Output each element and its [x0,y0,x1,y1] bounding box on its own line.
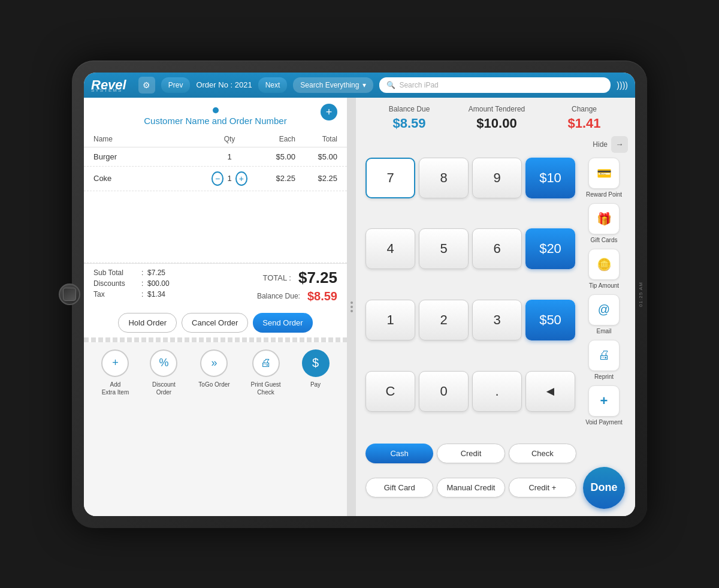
search-dropdown[interactable]: Search Everything ▾ [293,77,373,93]
num-0-button[interactable]: 0 [419,371,469,412]
item-each: $2.25 [247,174,295,183]
qty-control: − 1 + [212,171,247,186]
item-each: $5.00 [247,152,295,161]
table-row: Coke − 1 + $2.25 $2.25 [84,167,347,191]
side-actions: 💳 Reward Point 🎁 Gift Cards 🪙 Tip Amoun [580,158,628,439]
numpad: 7 8 9 $10 4 5 6 $20 1 2 3 [365,158,575,439]
num-7-button[interactable]: 7 [365,158,415,198]
num-back-button[interactable]: ◄ [525,371,575,412]
gift-card-button[interactable]: Gift Card [365,478,433,497]
manual-credit-button[interactable]: Manual Credit [437,478,504,497]
tip-amount-label: Tip Amount [589,282,619,290]
discount-icon: % [150,349,177,377]
total-label: TOTAL : [262,273,291,282]
print-check-action[interactable]: 🖨 Print GuestCheck [251,349,281,396]
reprint-icon: 🖨 [588,340,620,371]
num-10-button[interactable]: $10 [525,158,575,198]
col-qty: Qty [212,135,247,143]
hide-button[interactable]: → [611,136,628,153]
gift-cards-label: Gift Cards [590,237,617,244]
bottom-actions: + AddExtra Item % DiscountOrder » ToGo O… [84,342,347,403]
email-label: Email [596,328,611,335]
discount-order-action[interactable]: % DiscountOrder [150,349,177,396]
amount-tendered-header-value: $10.00 [453,116,540,131]
tip-amount-action[interactable]: 🪙 Tip Amount [580,249,628,290]
email-action[interactable]: @ Email [580,294,628,335]
reprint-action[interactable]: 🖨 Reprint [580,340,628,381]
tax-value: $1.34 [147,290,165,298]
panel-divider [348,98,356,516]
num-c-button[interactable]: C [365,371,415,412]
add-extra-label: AddExtra Item [102,381,129,396]
order-summary: Sub Total : $7.25 Discounts : $00.00 [84,263,347,308]
subtotal-label: Sub Total [93,269,141,277]
num-50-button[interactable]: $50 [525,300,575,340]
num-20-button[interactable]: $20 [525,228,575,269]
subtotal-row: Sub Total : $7.25 [93,269,170,277]
table-header: Name Qty Each Total [84,131,347,147]
num-5-button[interactable]: 5 [419,228,469,269]
settings-button[interactable]: ⚙ [138,77,155,94]
payment-methods-grid1: Cash Credit Check [365,444,576,463]
qty-increase-button[interactable]: + [235,171,247,186]
change-col: Change $1.41 [540,105,628,131]
add-extra-item-action[interactable]: + AddExtra Item [101,349,129,396]
item-total: $2.25 [295,174,337,183]
togo-icon: » [200,349,228,377]
balance-due-col: Balance Due $8.59 [365,105,453,131]
done-button[interactable]: Done [583,467,625,509]
qty-decrease-button[interactable]: − [212,171,223,186]
search-icon: 🔍 [386,81,395,89]
send-order-button[interactable]: Send Order [253,313,312,333]
payment-methods-row1: Cash Credit Check [365,444,628,463]
num-3-button[interactable]: 3 [472,300,522,340]
num-dot-button[interactable]: . [472,371,522,412]
balance-due-header-value: $8.59 [365,116,453,131]
print-icon: 🖨 [252,349,280,377]
next-button[interactable]: Next [258,77,288,93]
payment-header: Balance Due $8.59 Amount Tendered $10.00… [365,105,628,131]
void-payment-action[interactable]: + Void Payment [580,385,628,426]
num-1-button[interactable]: 1 [365,300,415,340]
search-input-box[interactable]: 🔍 Search iPad [379,77,611,93]
item-name: Coke [93,174,212,183]
gift-cards-action[interactable]: 🎁 Gift Cards [580,203,628,244]
num-6-button[interactable]: 6 [472,228,522,269]
num-2-button[interactable]: 2 [419,300,469,340]
pay-label: Pay [310,381,321,388]
customer-title: Customer Name and Order Number [144,116,286,126]
prev-button[interactable]: Prev [161,77,191,93]
wifi-icon: )))) [617,80,628,90]
balance-due-value: $8.59 [307,290,337,303]
hold-order-button[interactable]: Hold Order [118,313,177,333]
left-panel: Customer Name and Order Number + Name Qt… [84,98,348,516]
credit-plus-button[interactable]: Credit + [509,478,576,497]
add-item-button[interactable]: + [321,104,337,120]
order-table: Name Qty Each Total Burger 1 $5.00 $5.00 [84,131,347,263]
void-payment-icon: + [588,385,620,417]
check-button[interactable]: Check [509,444,576,463]
cash-button[interactable]: Cash [365,444,433,463]
togo-order-action[interactable]: » ToGo Order [198,349,229,388]
home-button[interactable] [59,284,80,305]
top-bar: Revel SYSTEMS ⚙ Prev Order No : 2021 Nex… [84,73,635,98]
cancel-order-button[interactable]: Cancel Order [182,313,248,333]
pay-icon: $ [302,349,330,377]
right-panel: Balance Due $8.59 Amount Tendered $10.00… [356,98,635,516]
num-8-button[interactable]: 8 [419,158,469,198]
num-4-button[interactable]: 4 [365,228,415,269]
pay-action[interactable]: $ Pay [302,349,330,388]
void-payment-label: Void Payment [585,419,623,426]
main-content: Customer Name and Order Number + Name Qt… [84,98,635,516]
payment-methods-grid2: Gift Card Manual Credit Credit + [365,478,576,497]
dropdown-arrow-icon: ▾ [362,81,366,89]
add-extra-icon: + [101,349,129,377]
reward-point-action[interactable]: 💳 Reward Point [580,158,628,198]
credit-button[interactable]: Credit [437,444,504,463]
tip-amount-icon: 🪙 [588,249,620,280]
reward-point-label: Reward Point [586,191,622,198]
numpad-area: 7 8 9 $10 4 5 6 $20 1 2 3 [365,158,628,439]
amount-tendered-header-label: Amount Tendered [453,105,540,113]
num-9-button[interactable]: 9 [472,158,522,198]
subtotal-value: $7.25 [147,269,165,277]
